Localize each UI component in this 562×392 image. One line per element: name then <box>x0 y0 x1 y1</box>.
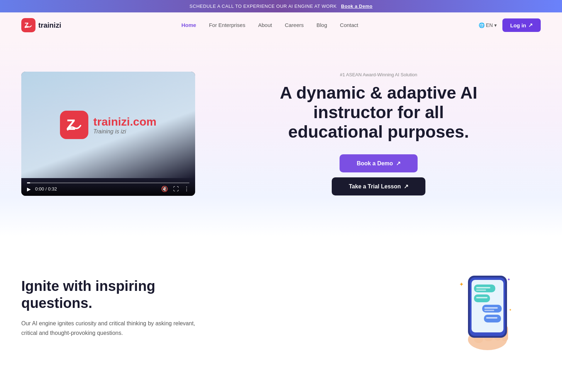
login-button[interactable]: Log in ↗ <box>502 18 541 32</box>
video-time: 0:00 / 0:32 <box>35 186 57 192</box>
nav-contact[interactable]: Contact <box>340 22 358 28</box>
features-title: Ignite with inspiring questions. <box>21 277 406 311</box>
award-badge: #1 ASEAN Award-Winning AI Solution <box>216 72 541 77</box>
svg-rect-14 <box>476 287 490 288</box>
hero-title-line2: instructor for all <box>313 103 444 122</box>
time-total: 0:32 <box>48 186 57 192</box>
features-section: Ignite with inspiring questions. Our AI … <box>0 237 562 379</box>
nav-blog[interactable]: Blog <box>316 22 327 28</box>
nav-careers[interactable]: Careers <box>285 22 304 28</box>
banner-text: SCHEDULE A CALL TO EXPERIENCE OUR AI ENG… <box>189 4 337 9</box>
video-logo-text: trainizi.com Training is izi <box>93 115 156 135</box>
svg-text:✦: ✦ <box>509 308 512 312</box>
hero-title: A dynamic & adaptive AI instructor for a… <box>216 83 541 142</box>
controls-left: ▶ 0:00 / 0:32 <box>27 186 57 192</box>
video-site-name: trainizi.com <box>93 115 156 128</box>
features-title-line1: Ignite with inspiring <box>21 278 155 294</box>
language-label: EN <box>486 22 493 28</box>
logo-icon: Z <box>21 18 35 32</box>
svg-text:✦: ✦ <box>507 277 511 282</box>
language-selector[interactable]: 🌐 EN ▾ <box>479 22 497 28</box>
login-arrow-icon: ↗ <box>528 22 533 28</box>
login-label: Log in <box>510 22 526 28</box>
svg-rect-18 <box>484 310 494 311</box>
progress-bar-track[interactable] <box>27 182 189 183</box>
nav-about[interactable]: About <box>258 22 272 28</box>
hero-section: Z trainizi.com Training is izi ▶ 0:00 <box>0 38 562 237</box>
nav-home[interactable]: Home <box>181 22 196 28</box>
features-illustration: ✦ ✦ ✦ <box>434 265 541 350</box>
trial-lesson-arrow-icon: ↗ <box>404 183 408 190</box>
navbar: Z trainizi Home For Enterprises About Ca… <box>0 12 562 38</box>
controls-row: ▶ 0:00 / 0:32 🔇 ⛶ ⋮ <box>27 186 189 192</box>
more-options-icon[interactable]: ⋮ <box>184 186 189 192</box>
video-thumbnail: Z trainizi.com Training is izi <box>21 72 195 178</box>
book-demo-arrow-icon: ↗ <box>396 160 401 167</box>
progress-bar-fill <box>27 182 30 183</box>
book-demo-label: Book a Demo <box>357 160 393 167</box>
controls-right: 🔇 ⛶ ⋮ <box>161 186 189 192</box>
trial-lesson-label: Take a Trial Lesson <box>349 183 401 190</box>
nav-links: Home For Enterprises About Careers Blog … <box>181 22 358 28</box>
svg-text:Z: Z <box>24 21 29 29</box>
play-icon[interactable]: ▶ <box>27 186 31 192</box>
hero-title-line1: A dynamic & adaptive AI <box>280 83 478 102</box>
video-logo-container: Z trainizi.com Training is izi <box>60 111 156 139</box>
video-tagline: Training is izi <box>93 128 156 135</box>
globe-icon: 🌐 <box>479 22 485 28</box>
features-description: Our AI engine ignites curiosity and crit… <box>21 319 199 338</box>
svg-text:✦: ✦ <box>459 281 464 287</box>
phone-illustration-svg: ✦ ✦ ✦ <box>448 265 527 350</box>
logo[interactable]: Z trainizi <box>21 18 61 32</box>
mute-icon[interactable]: 🔇 <box>161 186 168 192</box>
features-content: Ignite with inspiring questions. Our AI … <box>21 277 406 338</box>
svg-rect-17 <box>484 307 498 309</box>
trial-lesson-button[interactable]: Take a Trial Lesson ↗ <box>332 177 425 195</box>
fullscreen-icon[interactable]: ⛶ <box>173 186 179 192</box>
svg-rect-15 <box>476 289 486 291</box>
hero-content: #1 ASEAN Award-Winning AI Solution A dyn… <box>216 72 541 196</box>
video-controls: ▶ 0:00 / 0:32 🔇 ⛶ ⋮ <box>21 178 195 196</box>
nav-enterprises[interactable]: For Enterprises <box>209 22 246 28</box>
time-current: 0:00 <box>35 186 44 192</box>
cta-buttons: Book a Demo ↗ Take a Trial Lesson ↗ <box>216 154 541 195</box>
logo-text: trainizi <box>38 21 61 29</box>
book-demo-button[interactable]: Book a Demo ↗ <box>340 154 418 172</box>
hero-video-player[interactable]: Z trainizi.com Training is izi ▶ 0:00 <box>21 72 195 196</box>
banner-cta-link[interactable]: Book a Demo <box>341 4 373 9</box>
video-logo-icon: Z <box>60 111 88 139</box>
chevron-down-icon: ▾ <box>494 22 497 28</box>
svg-rect-16 <box>476 297 487 298</box>
nav-right: 🌐 EN ▾ Log in ↗ <box>479 18 541 32</box>
svg-rect-19 <box>486 317 497 319</box>
features-title-line2: questions. <box>21 295 92 311</box>
hero-title-line3: educational purposes. <box>288 122 469 141</box>
top-banner: SCHEDULE A CALL TO EXPERIENCE OUR AI ENG… <box>0 0 562 12</box>
